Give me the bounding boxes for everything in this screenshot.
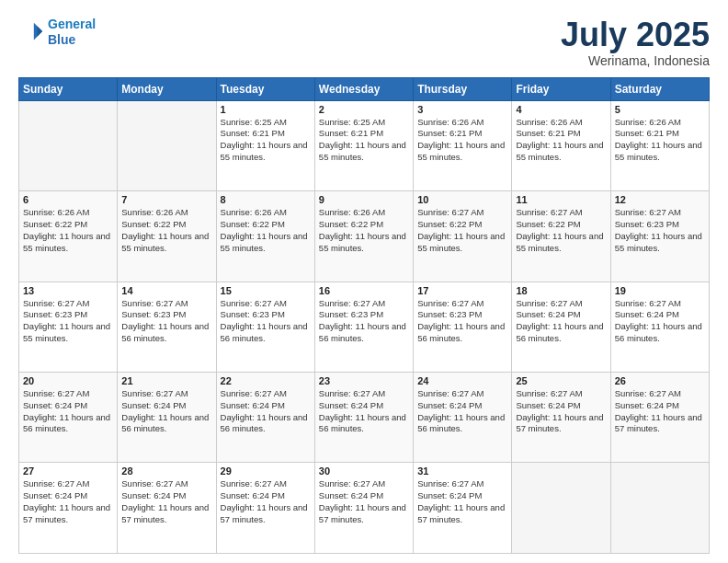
cell-details: Sunrise: 6:27 AM Sunset: 6:22 PM Dayligh… <box>516 207 606 254</box>
cell-details: Sunrise: 6:27 AM Sunset: 6:24 PM Dayligh… <box>23 388 113 435</box>
cell-details: Sunrise: 6:27 AM Sunset: 6:24 PM Dayligh… <box>417 478 507 525</box>
calendar-cell <box>512 463 610 554</box>
calendar-week-row: 6Sunrise: 6:26 AM Sunset: 6:22 PM Daylig… <box>19 191 710 282</box>
calendar-cell <box>19 100 118 190</box>
day-number: 6 <box>23 194 113 205</box>
calendar-cell: 5Sunrise: 6:26 AM Sunset: 6:21 PM Daylig… <box>610 100 709 190</box>
cell-details: Sunrise: 6:25 AM Sunset: 6:21 PM Dayligh… <box>221 117 311 164</box>
cell-details: Sunrise: 6:27 AM Sunset: 6:23 PM Dayligh… <box>615 207 705 254</box>
column-header-monday: Monday <box>118 77 216 100</box>
column-header-sunday: Sunday <box>19 77 118 100</box>
logo-text: General Blue <box>48 17 96 48</box>
month-title: July 2025 <box>561 17 710 53</box>
day-number: 7 <box>121 194 211 205</box>
day-number: 28 <box>121 465 211 477</box>
cell-details: Sunrise: 6:26 AM Sunset: 6:21 PM Dayligh… <box>516 117 606 164</box>
calendar-cell: 14Sunrise: 6:27 AM Sunset: 6:23 PM Dayli… <box>118 282 216 372</box>
day-number: 22 <box>221 375 311 386</box>
page: General Blue July 2025 Werinama, Indones… <box>0 0 728 563</box>
day-number: 2 <box>319 104 409 115</box>
calendar-cell: 13Sunrise: 6:27 AM Sunset: 6:23 PM Dayli… <box>19 282 118 372</box>
day-number: 26 <box>615 375 705 386</box>
day-number: 20 <box>23 375 113 386</box>
calendar-week-row: 27Sunrise: 6:27 AM Sunset: 6:24 PM Dayli… <box>19 463 710 554</box>
day-number: 3 <box>417 104 507 115</box>
day-number: 9 <box>319 194 409 205</box>
svg-marker-1 <box>38 26 43 36</box>
calendar-week-row: 13Sunrise: 6:27 AM Sunset: 6:23 PM Dayli… <box>19 282 710 372</box>
day-number: 16 <box>319 285 409 296</box>
calendar-cell: 27Sunrise: 6:27 AM Sunset: 6:24 PM Dayli… <box>19 463 118 554</box>
calendar-cell: 6Sunrise: 6:26 AM Sunset: 6:22 PM Daylig… <box>19 191 118 282</box>
cell-details: Sunrise: 6:27 AM Sunset: 6:23 PM Dayligh… <box>23 298 113 345</box>
cell-details: Sunrise: 6:26 AM Sunset: 6:22 PM Dayligh… <box>121 207 211 254</box>
calendar-cell <box>118 100 216 190</box>
day-number: 31 <box>417 465 507 477</box>
logo-icon <box>18 19 44 45</box>
day-number: 25 <box>516 375 606 386</box>
cell-details: Sunrise: 6:25 AM Sunset: 6:21 PM Dayligh… <box>319 117 409 164</box>
calendar-cell: 18Sunrise: 6:27 AM Sunset: 6:24 PM Dayli… <box>512 282 610 372</box>
cell-details: Sunrise: 6:26 AM Sunset: 6:21 PM Dayligh… <box>615 117 705 164</box>
calendar-table: SundayMondayTuesdayWednesdayThursdayFrid… <box>18 77 710 554</box>
calendar-cell: 3Sunrise: 6:26 AM Sunset: 6:21 PM Daylig… <box>414 100 512 190</box>
cell-details: Sunrise: 6:27 AM Sunset: 6:24 PM Dayligh… <box>516 298 606 345</box>
calendar-cell: 15Sunrise: 6:27 AM Sunset: 6:23 PM Dayli… <box>216 282 314 372</box>
day-number: 10 <box>417 194 507 205</box>
cell-details: Sunrise: 6:27 AM Sunset: 6:24 PM Dayligh… <box>319 478 409 525</box>
day-number: 19 <box>615 285 705 296</box>
day-number: 24 <box>417 375 507 386</box>
calendar-cell: 7Sunrise: 6:26 AM Sunset: 6:22 PM Daylig… <box>118 191 216 282</box>
calendar-cell: 26Sunrise: 6:27 AM Sunset: 6:24 PM Dayli… <box>610 373 709 463</box>
calendar-cell: 11Sunrise: 6:27 AM Sunset: 6:22 PM Dayli… <box>512 191 610 282</box>
column-header-friday: Friday <box>512 77 610 100</box>
calendar-cell: 10Sunrise: 6:27 AM Sunset: 6:22 PM Dayli… <box>414 191 512 282</box>
cell-details: Sunrise: 6:27 AM Sunset: 6:23 PM Dayligh… <box>417 298 507 345</box>
cell-details: Sunrise: 6:27 AM Sunset: 6:24 PM Dayligh… <box>417 388 507 435</box>
day-number: 13 <box>23 285 113 296</box>
calendar-cell: 23Sunrise: 6:27 AM Sunset: 6:24 PM Dayli… <box>314 373 413 463</box>
cell-details: Sunrise: 6:27 AM Sunset: 6:23 PM Dayligh… <box>319 298 409 345</box>
column-header-wednesday: Wednesday <box>314 77 413 100</box>
calendar-week-row: 1Sunrise: 6:25 AM Sunset: 6:21 PM Daylig… <box>19 100 710 190</box>
calendar-cell: 21Sunrise: 6:27 AM Sunset: 6:24 PM Dayli… <box>118 373 216 463</box>
calendar-week-row: 20Sunrise: 6:27 AM Sunset: 6:24 PM Dayli… <box>19 373 710 463</box>
day-number: 23 <box>319 375 409 386</box>
calendar-cell: 25Sunrise: 6:27 AM Sunset: 6:24 PM Dayli… <box>512 373 610 463</box>
cell-details: Sunrise: 6:26 AM Sunset: 6:22 PM Dayligh… <box>319 207 409 254</box>
header: General Blue July 2025 Werinama, Indones… <box>18 17 710 68</box>
cell-details: Sunrise: 6:26 AM Sunset: 6:22 PM Dayligh… <box>23 207 113 254</box>
calendar-cell: 9Sunrise: 6:26 AM Sunset: 6:22 PM Daylig… <box>314 191 413 282</box>
cell-details: Sunrise: 6:27 AM Sunset: 6:24 PM Dayligh… <box>121 478 211 525</box>
column-header-tuesday: Tuesday <box>216 77 314 100</box>
calendar-cell: 29Sunrise: 6:27 AM Sunset: 6:24 PM Dayli… <box>216 463 314 554</box>
calendar-cell: 19Sunrise: 6:27 AM Sunset: 6:24 PM Dayli… <box>610 282 709 372</box>
cell-details: Sunrise: 6:27 AM Sunset: 6:24 PM Dayligh… <box>221 388 311 435</box>
cell-details: Sunrise: 6:27 AM Sunset: 6:24 PM Dayligh… <box>615 388 705 435</box>
day-number: 15 <box>221 285 311 296</box>
day-number: 14 <box>121 285 211 296</box>
calendar-cell: 31Sunrise: 6:27 AM Sunset: 6:24 PM Dayli… <box>414 463 512 554</box>
calendar-cell: 22Sunrise: 6:27 AM Sunset: 6:24 PM Dayli… <box>216 373 314 463</box>
cell-details: Sunrise: 6:27 AM Sunset: 6:24 PM Dayligh… <box>23 478 113 525</box>
calendar-cell: 24Sunrise: 6:27 AM Sunset: 6:24 PM Dayli… <box>414 373 512 463</box>
cell-details: Sunrise: 6:26 AM Sunset: 6:22 PM Dayligh… <box>221 207 311 254</box>
day-number: 27 <box>23 465 113 477</box>
location: Werinama, Indonesia <box>561 53 710 68</box>
calendar-cell: 12Sunrise: 6:27 AM Sunset: 6:23 PM Dayli… <box>610 191 709 282</box>
day-number: 29 <box>221 465 311 477</box>
day-number: 17 <box>417 285 507 296</box>
day-number: 12 <box>615 194 705 205</box>
cell-details: Sunrise: 6:27 AM Sunset: 6:24 PM Dayligh… <box>221 478 311 525</box>
cell-details: Sunrise: 6:27 AM Sunset: 6:24 PM Dayligh… <box>319 388 409 435</box>
calendar-cell: 4Sunrise: 6:26 AM Sunset: 6:21 PM Daylig… <box>512 100 610 190</box>
calendar-header-row: SundayMondayTuesdayWednesdayThursdayFrid… <box>19 77 710 100</box>
day-number: 4 <box>516 104 606 115</box>
calendar-cell: 17Sunrise: 6:27 AM Sunset: 6:23 PM Dayli… <box>414 282 512 372</box>
cell-details: Sunrise: 6:26 AM Sunset: 6:21 PM Dayligh… <box>417 117 507 164</box>
cell-details: Sunrise: 6:27 AM Sunset: 6:22 PM Dayligh… <box>417 207 507 254</box>
calendar-cell: 16Sunrise: 6:27 AM Sunset: 6:23 PM Dayli… <box>314 282 413 372</box>
calendar-cell <box>610 463 709 554</box>
day-number: 8 <box>221 194 311 205</box>
day-number: 11 <box>516 194 606 205</box>
